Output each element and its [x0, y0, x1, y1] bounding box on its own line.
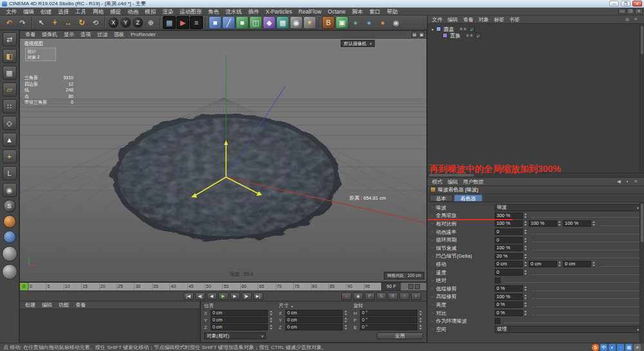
- render-settings-button[interactable]: ≡: [190, 16, 203, 29]
- checkbox[interactable]: [495, 278, 500, 283]
- snap-settings-icon[interactable]: ◉: [3, 183, 17, 197]
- menubar-item-6[interactable]: 捕捉: [107, 8, 124, 15]
- stepper[interactable]: [524, 294, 528, 300]
- value-field[interactable]: 100 %: [495, 294, 523, 300]
- value-field[interactable]: 0 cm: [495, 261, 523, 267]
- stepper[interactable]: [419, 324, 423, 330]
- value-field[interactable]: 0: [495, 269, 523, 276]
- object-menu-2[interactable]: 查看: [460, 15, 476, 24]
- timeline-tick-85[interactable]: 85: [328, 283, 346, 290]
- visibility-dot-editor[interactable]: [460, 28, 462, 30]
- menubar-item-4[interactable]: 工具: [72, 8, 90, 15]
- sphere-tool-icon-orange[interactable]: [3, 215, 16, 228]
- next-frame-button[interactable]: ▶: [230, 292, 240, 300]
- apply-button[interactable]: 应用: [377, 332, 423, 339]
- stepper[interactable]: [592, 220, 596, 227]
- xparticles-button[interactable]: ●: [349, 16, 362, 29]
- texture-mode-icon[interactable]: ▦: [3, 66, 17, 80]
- om-search-icon[interactable]: ◎: [624, 17, 630, 22]
- sphere-tool-icon-blue[interactable]: [3, 231, 16, 243]
- menubar-item-2[interactable]: 创建: [37, 8, 55, 15]
- menubar-item-8[interactable]: 模拟: [142, 8, 159, 15]
- timeline-tick-90[interactable]: 90: [346, 283, 363, 290]
- polygons-mode-icon[interactable]: ▲: [3, 133, 17, 147]
- stepper[interactable]: [558, 261, 562, 267]
- doc-close-button[interactable]: ✕: [635, 8, 643, 14]
- stepper[interactable]: [524, 269, 528, 276]
- attribute-manager-vscrollbar[interactable]: [639, 202, 644, 343]
- coordinate-input[interactable]: 0 cm: [211, 317, 268, 323]
- timeline-tick-95[interactable]: 95: [364, 283, 381, 290]
- move-tool-icon[interactable]: +: [48, 16, 61, 29]
- timeline-tick-45[interactable]: 45: [187, 283, 205, 290]
- rotation-key-toggle[interactable]: R: [388, 292, 398, 300]
- lock-z-button[interactable]: Z: [133, 17, 143, 28]
- value-field[interactable]: 0: [495, 229, 523, 235]
- value-field[interactable]: 0 %: [495, 310, 523, 316]
- make-editable-icon[interactable]: ⇄: [3, 32, 17, 46]
- animation-dot[interactable]: ○: [430, 230, 434, 234]
- menubar-item-18[interactable]: 窗口: [366, 8, 383, 15]
- attribute-dropdown[interactable]: 噪波▾: [495, 204, 641, 211]
- viewport-menu-3[interactable]: 选项: [77, 31, 94, 39]
- points-mode-icon[interactable]: ∷: [3, 99, 17, 113]
- visibility-dots[interactable]: [460, 28, 466, 30]
- coordinate-input[interactable]: 0 cm: [285, 310, 343, 316]
- object-manager-vscrollbar[interactable]: [639, 24, 644, 173]
- timeline-tick-75[interactable]: 75: [293, 283, 310, 290]
- timeline-tick-50[interactable]: 50: [205, 283, 222, 290]
- menubar-item-0[interactable]: 文件: [3, 8, 20, 15]
- timeline-tick-20[interactable]: 20: [99, 283, 117, 290]
- pla-key-toggle[interactable]: +: [411, 292, 421, 300]
- animation-dot[interactable]: ○: [430, 238, 434, 242]
- light-button[interactable]: ☀: [303, 16, 316, 29]
- menubar-item-5[interactable]: 网格: [90, 8, 107, 15]
- animation-dot[interactable]: ○: [430, 319, 434, 323]
- lock-y-button[interactable]: Y: [120, 17, 131, 28]
- viewport-menu-4[interactable]: 过滤: [94, 31, 111, 39]
- material-ball-icon-2[interactable]: [2, 264, 17, 280]
- parameter-key-toggle[interactable]: ◇: [399, 292, 410, 300]
- timeline-tick-60[interactable]: 60: [240, 283, 258, 290]
- autokey-button[interactable]: ◉: [353, 292, 363, 300]
- end-frame-field[interactable]: 90 F: [381, 283, 401, 290]
- animation-dot[interactable]: ○: [430, 295, 434, 299]
- play-button[interactable]: ▶: [218, 292, 229, 300]
- tag-check-icon[interactable]: ✓: [475, 33, 481, 39]
- stepper[interactable]: [419, 317, 423, 323]
- viewport-3d-view[interactable]: [20, 39, 426, 281]
- stepper[interactable]: [524, 253, 528, 260]
- animation-dot[interactable]: ○: [430, 222, 434, 225]
- timeline-tick-0[interactable]: 0: [28, 283, 46, 290]
- value-field[interactable]: 100 %: [563, 220, 591, 227]
- pane-maximize-icon[interactable]: ▣: [419, 32, 424, 37]
- realflow-button[interactable]: ●: [363, 16, 375, 29]
- object-menu-3[interactable]: 对象: [476, 15, 491, 24]
- stepper[interactable]: [269, 317, 274, 323]
- menubar-item-14[interactable]: X-Particles: [263, 8, 296, 15]
- value-field[interactable]: 0 %: [495, 285, 523, 292]
- scroll-thumb[interactable]: [641, 26, 643, 54]
- viewport-menu-0[interactable]: 查看: [22, 31, 39, 39]
- attribute-menu-1[interactable]: 编辑: [445, 178, 460, 186]
- timeline-tick-5[interactable]: 5: [46, 283, 63, 290]
- menubar-item-11[interactable]: 角色: [205, 8, 222, 15]
- environment-button[interactable]: ▦: [276, 16, 289, 29]
- stepper[interactable]: [524, 261, 528, 267]
- timeline-tick-70[interactable]: 70: [276, 283, 293, 290]
- value-field[interactable]: 100 %: [495, 220, 523, 227]
- array-generator-button[interactable]: ◫: [249, 16, 262, 29]
- stepper[interactable]: [524, 220, 528, 227]
- timeline-tick-40[interactable]: 40: [169, 283, 187, 290]
- attribute-dropdown[interactable]: 纹理▾: [495, 326, 641, 333]
- minimize-button[interactable]: —: [609, 1, 619, 6]
- live-selection-icon[interactable]: ↖: [35, 16, 48, 29]
- menubar-item-1[interactable]: 编辑: [20, 8, 37, 15]
- animation-dot[interactable]: ○: [430, 262, 434, 266]
- viewport-menu-2[interactable]: 显示: [61, 31, 77, 39]
- maximize-button[interactable]: ❐: [621, 1, 630, 6]
- material-menu-1[interactable]: 编辑: [39, 301, 55, 309]
- stepper[interactable]: [524, 245, 528, 251]
- attribute-tab-0[interactable]: 基本: [430, 194, 453, 202]
- prev-key-button[interactable]: ◀|: [195, 292, 205, 300]
